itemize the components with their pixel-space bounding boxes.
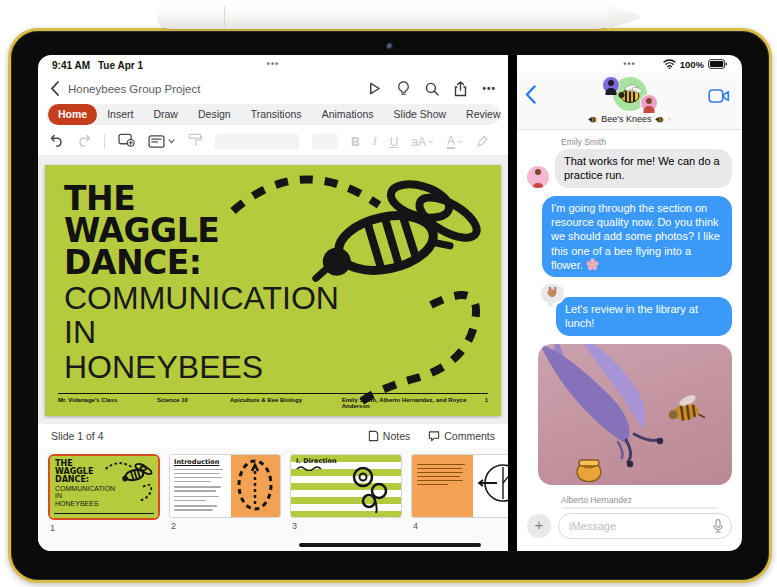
message-row: That works for me! We can do a practice … (527, 149, 732, 188)
received-message-bubble[interactable]: That works for me! We can do a practice … (555, 149, 732, 188)
messages-app: ••• 100% (517, 55, 742, 551)
multitasking-handle[interactable]: ••• (267, 59, 279, 69)
splitview-divider[interactable] (508, 55, 517, 551)
footer-page-number: 1 (478, 397, 488, 409)
thumbnail-heading: Introduction (174, 458, 227, 466)
underline-button[interactable]: U (390, 135, 399, 149)
sender-label: Alberto Hernandez (561, 495, 732, 506)
designer-lightbulb-icon[interactable] (397, 81, 410, 96)
flower-photo (538, 344, 732, 485)
tab-draw[interactable]: Draw (143, 104, 188, 125)
status-bar-right: ••• 100% (517, 55, 742, 73)
slide-editor[interactable]: THE WAGGLE DANCE: COMMUNICATION IN HONEY… (45, 165, 501, 416)
new-slide-icon[interactable] (118, 133, 135, 151)
thumbnail-slide-4[interactable]: 4 (411, 454, 508, 551)
bold-button[interactable]: B (351, 135, 360, 149)
group-avatar-cluster[interactable] (602, 76, 658, 114)
italic-button[interactable]: I (373, 134, 377, 149)
share-icon[interactable] (454, 81, 467, 97)
facetime-video-icon[interactable] (708, 89, 730, 107)
message-with-tapback: Let's review in the library at lunch! (556, 297, 732, 336)
message-input[interactable] (567, 519, 713, 533)
message-composer: + (517, 509, 742, 551)
group-name-row[interactable]: Bee's Knees › (517, 114, 742, 124)
slide-canvas: THE WAGGLE DANCE: COMMUNICATION IN HONEY… (38, 156, 508, 424)
tab-transitions[interactable]: Transitions (241, 104, 312, 125)
thumbnail-number: 3 (292, 521, 402, 531)
thumbnail-slide-3[interactable]: I. Direction 3 (290, 454, 402, 551)
bee-emoji-icon (588, 115, 598, 123)
text-case-button[interactable]: aA (411, 135, 434, 149)
honey-pot-sticker-icon (574, 455, 604, 483)
front-camera (387, 43, 394, 50)
add-attachment-button[interactable]: + (527, 514, 551, 538)
message-list[interactable]: Emily Smith That works for me! We can do… (517, 130, 742, 509)
thumbnail-number: 2 (171, 521, 281, 531)
thumbnail-slide-2[interactable]: Introduction (169, 454, 281, 551)
photo-attachment[interactable] (538, 344, 732, 485)
document-title[interactable]: Honeybees Group Project (68, 83, 200, 95)
slide-status-bar: Slide 1 of 4 Notes Comments (38, 424, 508, 448)
format-toolbar: B I U aA A (38, 128, 508, 156)
footer-subject: Apiculture & Bee Biology (230, 397, 342, 409)
flower-doodle-icon (341, 463, 393, 513)
tab-design[interactable]: Design (188, 104, 241, 125)
direction-circle-icon (473, 455, 508, 517)
back-icon[interactable] (50, 81, 59, 96)
tab-review[interactable]: Review (456, 104, 510, 125)
font-size-field[interactable] (312, 134, 338, 150)
scene: 9:41 AM Tue Apr 1 ••• Honeybees Group Pr… (0, 0, 777, 587)
notes-button[interactable]: Notes (368, 430, 410, 442)
member-avatar (640, 94, 658, 112)
chevron-right-icon: › (668, 114, 671, 124)
present-icon[interactable] (367, 81, 382, 96)
multitasking-handle[interactable]: ••• (623, 59, 635, 69)
undo-icon[interactable] (50, 133, 64, 151)
more-options-icon[interactable]: ••• (482, 83, 496, 94)
tapback-reaction[interactable] (541, 284, 564, 303)
slide-thumbnail-strip: THE WAGGLE DANCE: COMMUNICATION IN HONEY… (38, 448, 508, 551)
wifi-icon (663, 59, 676, 69)
message-input-wrapper[interactable] (558, 513, 732, 539)
sent-message-bubble[interactable]: I'm going through the section on resourc… (542, 196, 732, 277)
toolbar-divider (104, 134, 105, 149)
tab-insert[interactable]: Insert (97, 104, 143, 125)
tab-animations[interactable]: Animations (312, 104, 384, 125)
highlighter-icon[interactable] (476, 133, 489, 151)
slide-footer: Mr. Vidanage's Class Science 10 Apicultu… (58, 393, 488, 409)
tapback-tail-dot (548, 302, 553, 307)
thumbnail-heading: I. Direction (296, 457, 337, 465)
ipad-device: 9:41 AM Tue Apr 1 ••• Honeybees Group Pr… (8, 28, 772, 583)
love-you-gesture-icon (547, 286, 558, 298)
sender-label: Emily Smith (561, 137, 732, 148)
comments-button[interactable]: Comments (428, 430, 495, 442)
battery-icon (708, 59, 728, 69)
dictation-mic-icon[interactable] (713, 519, 723, 533)
tab-slideshow[interactable]: Slide Show (384, 104, 457, 125)
slide-count-label: Slide 1 of 4 (51, 430, 104, 442)
battery-percent: 100% (680, 59, 704, 70)
font-color-button[interactable]: A (447, 135, 463, 149)
back-icon[interactable] (525, 85, 536, 108)
redo-icon[interactable] (77, 133, 91, 151)
footer-authors: Emily Smith, Alberto Hernandez, and Royc… (342, 397, 478, 409)
sent-message-bubble[interactable]: Let's review in the library at lunch! (556, 297, 732, 336)
format-painter-icon[interactable] (188, 133, 202, 151)
thumbnail-number: 4 (413, 521, 508, 531)
font-name-field[interactable] (215, 134, 299, 150)
status-bar-left: 9:41 AM Tue Apr 1 ••• (38, 55, 508, 75)
underline-squiggle (296, 466, 326, 471)
conversation-header: Bee's Knees › (517, 73, 742, 130)
status-time: 9:41 AM (52, 60, 90, 71)
tab-home[interactable]: Home (48, 104, 97, 125)
screen: 9:41 AM Tue Apr 1 ••• Honeybees Group Pr… (38, 55, 742, 551)
mini-bee-icon (94, 458, 156, 510)
home-indicator[interactable] (299, 543, 481, 547)
waggle-diagram-icon (231, 455, 280, 517)
search-icon[interactable] (425, 82, 439, 96)
group-name: Bee's Knees (601, 114, 651, 124)
thumbnail-slide-1[interactable]: THE WAGGLE DANCE: COMMUNICATION IN HONEY… (48, 454, 160, 551)
layout-picker-icon[interactable] (148, 135, 175, 148)
member-avatar (602, 76, 620, 94)
footer-class: Mr. Vidanage's Class (58, 397, 157, 409)
